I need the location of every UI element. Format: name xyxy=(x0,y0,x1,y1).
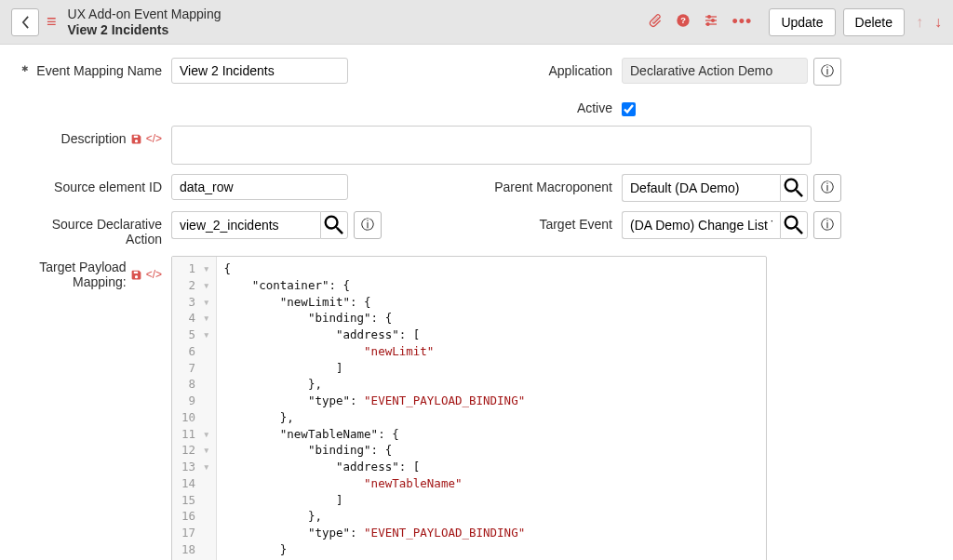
parent-macroponent-info-icon[interactable]: ⓘ xyxy=(813,174,841,202)
header-title-block: UX Add-on Event Mapping View 2 Incidents xyxy=(68,7,221,36)
update-button[interactable]: Update xyxy=(769,8,835,36)
code-toggle-icon[interactable]: </> xyxy=(146,132,162,145)
event-mapping-name-field[interactable] xyxy=(171,58,348,84)
page-heading: UX Add-on Event Mapping xyxy=(68,7,221,21)
event-mapping-name-label: Event Mapping Name xyxy=(17,58,171,78)
target-event-search-icon[interactable] xyxy=(780,211,808,239)
target-payload-mapping-editor[interactable]: 1 ▾ 2 ▾ 3 ▾ 4 ▾ 5 ▾ 6 7 8 9 10 11 ▾ 12 ▾… xyxy=(171,256,767,560)
application-info-icon[interactable]: ⓘ xyxy=(813,58,841,86)
source-declarative-action-field[interactable] xyxy=(171,211,320,239)
more-actions-icon[interactable]: ••• xyxy=(732,12,752,32)
target-payload-mapping-label: Target Payload Mapping: </> xyxy=(17,256,171,289)
next-record-icon[interactable]: ↓ xyxy=(934,14,942,31)
svg-point-7 xyxy=(707,22,710,25)
save-icon[interactable] xyxy=(130,269,142,281)
target-event-field[interactable] xyxy=(622,211,780,239)
form-body: Event Mapping Name Application Declarati… xyxy=(0,45,953,560)
source-element-id-field[interactable] xyxy=(171,174,348,200)
source-declarative-action-label: Source Declarative Action xyxy=(17,211,171,247)
help-icon[interactable]: ? xyxy=(676,13,691,32)
source-element-id-label: Source element ID xyxy=(17,174,171,194)
save-icon[interactable] xyxy=(130,133,142,145)
form-header: ≡ UX Add-on Event Mapping View 2 Inciden… xyxy=(0,0,953,45)
svg-text:?: ? xyxy=(681,16,687,25)
menu-icon[interactable]: ≡ xyxy=(47,12,57,32)
prev-record-icon: ↑ xyxy=(916,14,923,31)
source-declarative-action-info-icon[interactable]: ⓘ xyxy=(354,211,382,239)
application-label: Application xyxy=(482,58,622,78)
parent-macroponent-search-icon[interactable] xyxy=(780,174,808,202)
svg-point-5 xyxy=(712,19,715,21)
code-toggle-icon[interactable]: </> xyxy=(146,268,162,281)
application-field: Declarative Action Demo xyxy=(622,58,808,84)
code-body[interactable]: { "container": { "newLimit": { "binding"… xyxy=(217,257,766,560)
parent-macroponent-field[interactable] xyxy=(622,174,780,202)
settings-sliders-icon[interactable] xyxy=(704,13,718,32)
active-checkbox[interactable] xyxy=(622,102,636,116)
active-label: Active xyxy=(482,95,622,115)
parent-macroponent-label: Parent Macroponent xyxy=(482,174,622,194)
back-button[interactable] xyxy=(11,8,39,36)
svg-point-3 xyxy=(708,15,711,18)
attachment-icon[interactable] xyxy=(648,13,663,32)
description-field[interactable] xyxy=(171,126,812,165)
source-declarative-action-search-icon[interactable] xyxy=(320,211,348,239)
record-name: View 2 Incidents xyxy=(68,22,221,37)
description-label: Description </> xyxy=(17,126,171,146)
code-gutter: 1 ▾ 2 ▾ 3 ▾ 4 ▾ 5 ▾ 6 7 8 9 10 11 ▾ 12 ▾… xyxy=(172,257,217,560)
target-event-label: Target Event xyxy=(482,211,622,232)
target-event-info-icon[interactable]: ⓘ xyxy=(813,211,841,239)
delete-button[interactable]: Delete xyxy=(843,8,905,36)
